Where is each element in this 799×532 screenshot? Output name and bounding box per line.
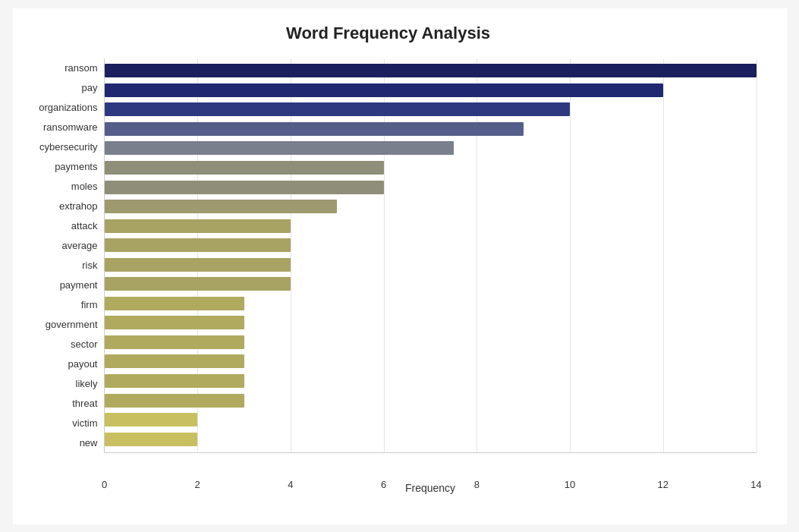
bar-moles [105,181,384,194]
y-label-cybersecurity: cybersecurity [20,142,98,152]
y-label-firm: firm [20,300,98,310]
bar-firm [105,297,244,310]
y-label-payout: payout [20,359,98,369]
bar-attack [105,219,291,233]
y-label-moles: moles [20,181,98,191]
y-axis: ransompayorganizationsransomwarecybersec… [20,58,104,453]
bars-area: 02468101214 Frequency [104,58,757,453]
bar-row-cybersecurity [105,139,757,159]
bar-row-pay [105,80,757,100]
bar-row-organizations [105,100,757,120]
bar-row-payment [105,275,757,294]
bar-ransom [105,64,757,77]
grid-line-14 [757,58,757,452]
bar-row-likely [105,371,757,391]
bar-row-sector [105,332,757,352]
bar-row-attack [105,216,757,236]
bar-pay [105,83,663,97]
y-label-threat: threat [20,398,98,408]
bar-threat [105,394,244,408]
y-label-payments: payments [20,162,98,172]
bar-organizations [105,102,571,116]
y-label-average: average [20,241,98,250]
bar-row-payments [105,158,757,178]
bar-extrahop [105,200,338,213]
y-label-government: government [20,320,98,329]
bars-wrapper [105,58,757,452]
chart-area: ransompayorganizationsransomwarecybersec… [20,58,757,453]
bar-row-ransomware [105,119,757,139]
bar-row-new [105,430,757,449]
y-label-ransom: ransom [20,63,98,73]
bar-government [105,316,244,329]
bar-row-government [105,313,757,333]
bar-row-threat [105,391,757,411]
bar-row-victim [105,410,757,430]
bar-payments [105,161,384,175]
bar-row-average [105,235,757,255]
y-label-extrahop: extrahop [20,201,98,211]
chart-title: Word Frequency Analysis [20,24,757,43]
bar-payout [105,354,244,368]
bar-new [105,433,198,446]
bar-likely [105,374,244,388]
chart-container: Word Frequency Analysis ransompayorganiz… [13,8,787,524]
y-label-sector: sector [20,339,98,349]
bar-row-risk [105,255,757,275]
bar-risk [105,258,291,272]
bar-row-firm [105,294,757,313]
bar-sector [105,335,244,349]
bar-row-payout [105,352,757,372]
y-label-attack: attack [20,221,98,231]
bar-average [105,238,291,252]
bar-victim [105,413,198,427]
y-label-new: new [20,438,98,448]
y-label-likely: likely [20,379,98,389]
bar-row-ransom [105,61,757,81]
bar-ransomware [105,122,524,136]
y-label-ransomware: ransomware [20,122,98,132]
bar-cybersecurity [105,141,454,155]
y-label-organizations: organizations [20,102,98,112]
x-axis-label: Frequency [105,482,757,494]
y-label-pay: pay [20,83,98,93]
bar-row-extrahop [105,197,757,216]
bar-row-moles [105,178,757,197]
y-label-victim: victim [20,418,98,428]
y-label-payment: payment [20,280,98,290]
bar-payment [105,277,291,291]
y-label-risk: risk [20,260,98,270]
